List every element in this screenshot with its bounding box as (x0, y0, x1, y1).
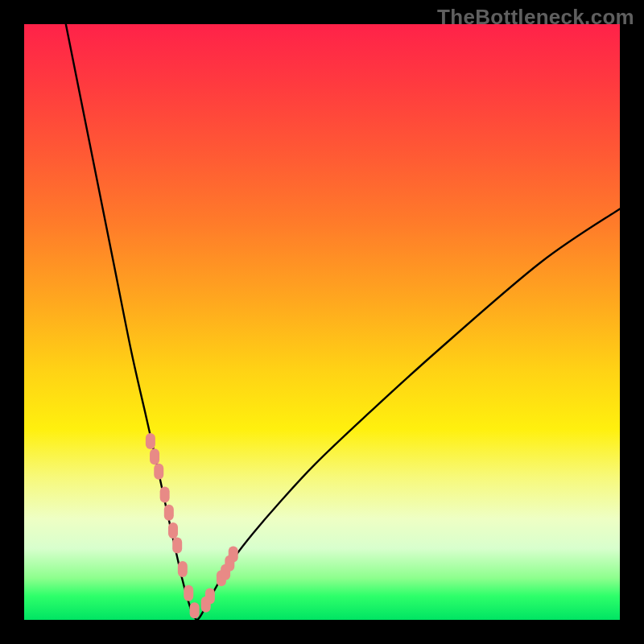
curve-marker (146, 433, 155, 449)
curve-marker (164, 505, 174, 521)
curve-marker (150, 448, 159, 464)
curve-marker (168, 522, 178, 539)
curve-marker (229, 547, 238, 563)
curve-marker (190, 602, 200, 618)
curve-marker (172, 538, 182, 554)
marker-group (146, 433, 238, 618)
curve-marker (154, 464, 163, 480)
curve-marker (178, 561, 188, 577)
curve-marker (205, 588, 215, 604)
plot-area (24, 24, 620, 620)
curve-marker (184, 585, 193, 601)
chart-frame: TheBottleneck.com (0, 0, 644, 644)
curve-marker (160, 487, 170, 503)
bottleneck-curve (66, 24, 620, 620)
watermark-text: TheBottleneck.com (437, 5, 634, 30)
curve-layer (24, 24, 620, 620)
